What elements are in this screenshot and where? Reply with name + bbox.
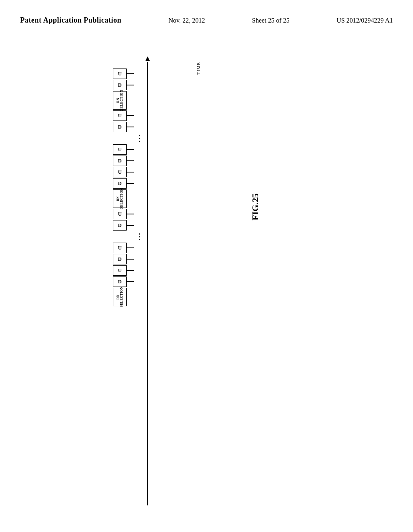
d-block: D bbox=[113, 122, 127, 132]
table-row: U bbox=[113, 243, 134, 253]
d-block: D bbox=[113, 178, 127, 189]
u-block: U bbox=[113, 209, 127, 219]
table-row: RNSELECTION bbox=[113, 189, 127, 208]
table-row: U bbox=[113, 69, 134, 79]
tick bbox=[127, 247, 134, 248]
table-row: RNSELECTION bbox=[113, 288, 127, 306]
table-row: U bbox=[113, 209, 134, 219]
table-row: U bbox=[113, 265, 134, 276]
time-label: TIME bbox=[196, 62, 201, 75]
tick bbox=[127, 270, 134, 271]
figure-label: FIG.25 bbox=[250, 193, 261, 220]
page-header: Patent Application Publication Nov. 22, … bbox=[0, 0, 413, 25]
u-block: U bbox=[113, 144, 127, 155]
time-line bbox=[147, 62, 148, 505]
rn-selection-block: RNSELECTION bbox=[113, 288, 127, 306]
publication-date: Nov. 22, 2012 bbox=[169, 17, 205, 24]
patent-number: US 2012/0294229 A1 bbox=[336, 17, 393, 24]
tick bbox=[127, 225, 134, 226]
rn-selection-label: RNSELECTION bbox=[116, 287, 123, 307]
tick bbox=[127, 281, 134, 282]
table-row: D bbox=[113, 156, 134, 166]
table-row: D bbox=[113, 178, 134, 189]
rn-selection-block: RNSELECTION bbox=[113, 189, 127, 208]
d-block: D bbox=[113, 276, 127, 287]
d-block: D bbox=[113, 80, 127, 90]
d-block: D bbox=[113, 254, 127, 264]
rn-selection-label: RNSELECTION bbox=[116, 188, 123, 209]
tick bbox=[127, 149, 134, 150]
u-block: U bbox=[113, 110, 127, 121]
dots-separator: ⋮ bbox=[135, 133, 144, 143]
tick bbox=[127, 172, 134, 172]
time-arrow bbox=[145, 56, 150, 61]
table-row: RNSELECTION bbox=[113, 91, 127, 110]
u-block: U bbox=[113, 69, 127, 79]
tick bbox=[127, 127, 134, 127]
table-row: D bbox=[113, 80, 134, 90]
tick bbox=[127, 85, 134, 85]
table-row: D bbox=[113, 122, 134, 132]
d-block: D bbox=[113, 220, 127, 231]
tick bbox=[127, 73, 134, 74]
tick bbox=[127, 259, 134, 260]
table-row: D bbox=[113, 220, 134, 231]
dots-separator: ⋮ bbox=[135, 231, 144, 242]
table-row: U bbox=[113, 110, 134, 121]
table-row: U bbox=[113, 144, 134, 155]
sheet-info: Sheet 25 of 25 bbox=[252, 17, 290, 24]
u-block: U bbox=[113, 167, 127, 177]
u-block: U bbox=[113, 265, 127, 276]
rn-selection-label: RNSELECTION bbox=[116, 90, 123, 110]
time-axis: TIME bbox=[145, 56, 150, 505]
tick bbox=[127, 115, 134, 116]
table-row: U bbox=[113, 167, 134, 177]
tick bbox=[127, 183, 134, 184]
table-row: D bbox=[113, 276, 134, 287]
tick bbox=[127, 160, 134, 161]
u-block: U bbox=[113, 243, 127, 253]
tick bbox=[127, 214, 134, 214]
publication-title: Patent Application Publication bbox=[20, 16, 121, 25]
table-row: D bbox=[113, 254, 134, 264]
blocks-container: U D RNSELECTION U D ⋮ U bbox=[113, 69, 144, 307]
rn-selection-block: RNSELECTION bbox=[113, 91, 127, 110]
d-block: D bbox=[113, 156, 127, 166]
